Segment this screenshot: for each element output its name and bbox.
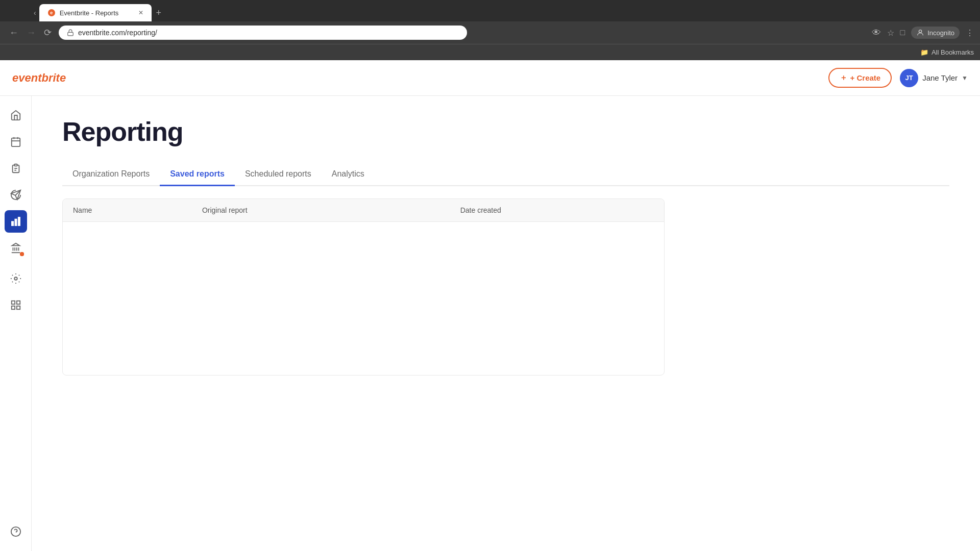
nav-buttons: ← → ⟳ — [6, 25, 55, 40]
star-icon[interactable]: ☆ — [887, 28, 894, 38]
page-title: Reporting — [62, 116, 949, 147]
refresh-button[interactable]: ⟳ — [41, 25, 55, 40]
bookmarks-label: All Bookmarks — [932, 48, 974, 56]
bookmarks-bar: 📁 All Bookmarks — [0, 44, 980, 60]
svg-rect-2 — [11, 138, 20, 147]
create-plus-icon: ＋ — [840, 73, 847, 83]
lock-icon — [67, 29, 74, 36]
column-header-date-created: Date created — [460, 206, 654, 214]
user-menu[interactable]: JT Jane Tyler ▼ — [900, 69, 968, 87]
sidebar-item-home[interactable] — [5, 104, 27, 127]
app-shell: eventbrite ＋ + Create JT Jane Tyler ▼ — [0, 60, 980, 551]
svg-rect-0 — [68, 32, 74, 35]
incognito-icon — [916, 29, 924, 37]
reports-table: Name Original report Date created — [62, 198, 665, 375]
main-content: Reporting Organization Reports Saved rep… — [32, 96, 980, 551]
calendar-icon — [10, 136, 21, 147]
table-body-empty — [63, 222, 664, 375]
sidebar-item-marketing[interactable] — [5, 184, 27, 206]
settings-icon — [10, 273, 21, 284]
create-label: + Create — [850, 73, 881, 82]
back-button[interactable]: ← — [6, 26, 21, 40]
svg-rect-11 — [18, 217, 20, 226]
svg-rect-22 — [16, 306, 19, 309]
svg-rect-6 — [14, 164, 17, 166]
toolbar-right: 👁︎ ☆ □ Incognito ⋮ — [872, 27, 974, 39]
column-header-name: Name — [73, 206, 202, 214]
tab-organization-reports[interactable]: Organization Reports — [62, 163, 160, 186]
table-header: Name Original report Date created — [63, 199, 664, 222]
svg-rect-20 — [16, 301, 19, 304]
menu-icon[interactable]: ⋮ — [966, 28, 974, 38]
address-bar[interactable]: eventbrite.com/reporting/ — [59, 26, 467, 40]
svg-rect-9 — [11, 221, 13, 226]
tab-close-button[interactable]: ✕ — [138, 9, 143, 16]
new-tab-button[interactable]: + — [152, 6, 166, 20]
svg-marker-17 — [12, 243, 19, 246]
svg-rect-19 — [11, 301, 14, 304]
reporting-icon — [10, 216, 21, 227]
sidebar-item-reporting[interactable] — [5, 210, 27, 233]
tab-title: Eventbrite - Reports — [60, 9, 134, 17]
sidebar-item-apps[interactable] — [5, 294, 27, 316]
sidebar-item-finance[interactable] — [5, 237, 27, 259]
eye-slash-icon[interactable]: 👁︎ — [872, 28, 881, 38]
tab-scheduled-reports[interactable]: Scheduled reports — [235, 163, 322, 186]
create-button[interactable]: ＋ + Create — [828, 68, 892, 88]
finance-icon — [10, 242, 21, 254]
svg-point-18 — [14, 277, 17, 280]
browser-tab-active[interactable]: e Eventbrite - Reports ✕ — [39, 4, 152, 21]
chevron-down-icon: ▼ — [962, 74, 968, 82]
folder-icon: 📁 — [920, 48, 928, 56]
tab-saved-reports[interactable]: Saved reports — [160, 163, 235, 186]
forward-button[interactable]: → — [23, 26, 39, 40]
incognito-badge: Incognito — [911, 27, 960, 39]
svg-rect-10 — [15, 219, 17, 226]
incognito-label: Incognito — [927, 29, 954, 37]
eventbrite-logo[interactable]: eventbrite — [12, 71, 66, 85]
all-bookmarks[interactable]: 📁 All Bookmarks — [920, 48, 974, 56]
url-text: eventbrite.com/reporting/ — [78, 29, 157, 37]
tab-favicon: e — [47, 9, 56, 17]
tab-bar-back[interactable]: ‹ — [31, 9, 39, 17]
browser-toolbar: ← → ⟳ eventbrite.com/reporting/ 👁︎ ☆ □ I… — [0, 21, 980, 44]
sidebar-item-settings[interactable] — [5, 267, 27, 290]
sidebar-item-orders[interactable] — [5, 157, 27, 180]
sidebar-item-help[interactable] — [5, 520, 27, 543]
split-screen-icon[interactable]: □ — [900, 28, 905, 37]
svg-rect-21 — [11, 306, 14, 309]
browser-chrome: ‹ e Eventbrite - Reports ✕ + ← → ⟳ event… — [0, 0, 980, 60]
eventbrite-favicon: e — [48, 9, 55, 16]
tabs-container: Organization Reports Saved reports Sched… — [62, 163, 949, 186]
top-navigation: eventbrite ＋ + Create JT Jane Tyler ▼ — [0, 60, 980, 96]
user-avatar: JT — [900, 69, 918, 87]
sidebar-item-calendar[interactable] — [5, 131, 27, 153]
sidebar — [0, 96, 32, 551]
user-name: Jane Tyler — [922, 73, 958, 82]
column-header-original-report: Original report — [202, 206, 460, 214]
notification-dot — [20, 252, 24, 256]
top-nav-right: ＋ + Create JT Jane Tyler ▼ — [828, 68, 968, 88]
help-icon — [10, 526, 21, 537]
home-icon — [10, 110, 21, 121]
apps-icon — [10, 299, 21, 311]
tab-bar: ‹ e Eventbrite - Reports ✕ + — [0, 0, 980, 21]
tab-analytics[interactable]: Analytics — [322, 163, 375, 186]
marketing-icon — [10, 189, 21, 201]
orders-icon — [10, 163, 21, 174]
svg-point-1 — [919, 30, 922, 33]
